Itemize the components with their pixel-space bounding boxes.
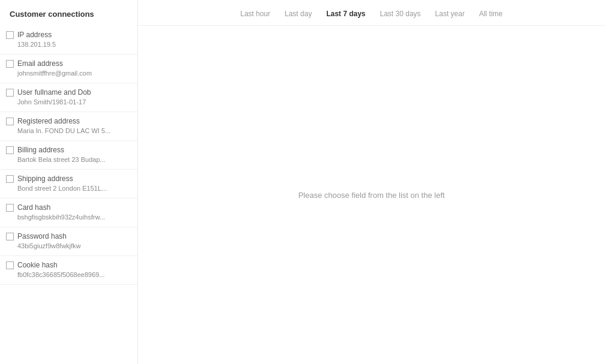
list-item-value: 138.201.19.5 — [6, 41, 123, 52]
time-filter-last-hour[interactable]: Last hour — [234, 7, 276, 20]
main-content: Last hourLast dayLast 7 daysLast 30 days… — [138, 0, 605, 364]
time-filter-bar: Last hourLast dayLast 7 daysLast 30 days… — [138, 0, 605, 26]
list-item[interactable]: Billing addressBartok Bela street 23 Bud… — [0, 141, 137, 170]
time-filter-last-day[interactable]: Last day — [279, 7, 318, 20]
list-item-value: Bartok Bela street 23 Budap... — [6, 156, 123, 167]
checkbox-user-fullname-and-dob[interactable] — [6, 89, 14, 97]
list-item-label: Card hash — [17, 203, 50, 212]
list-item[interactable]: Email addressjohnsmitffhre@gmail.com — [0, 55, 137, 83]
list-item-label: IP address — [17, 31, 52, 39]
checkbox-password-hash[interactable] — [6, 233, 14, 240]
list-item-label: Email address — [17, 59, 63, 68]
list-item-label: Shipping address — [17, 175, 73, 183]
checkbox-email-address[interactable] — [6, 60, 14, 68]
time-filter-last-year[interactable]: Last year — [429, 7, 471, 20]
checkbox-registered-address[interactable] — [6, 118, 14, 125]
list-item-label: User fullname and Dob — [17, 88, 91, 97]
checkbox-billing-address[interactable] — [6, 146, 14, 154]
list-item-label: Password hash — [17, 232, 67, 240]
empty-state-message: Please choose field from the list on the… — [298, 191, 444, 200]
time-filter-last-30-days[interactable]: Last 30 days — [374, 7, 427, 20]
list-item-value: Bond street 2 London E151L... — [6, 185, 123, 195]
list-item-value: Maria In. FOND DU LAC WI 5... — [6, 127, 123, 138]
time-filter-all-time[interactable]: All time — [473, 7, 508, 20]
list-item-label: Registered address — [17, 117, 80, 125]
list-item-value: 43bi5giuzf9w8fwkjfkw — [6, 242, 123, 253]
list-item[interactable]: Password hash43bi5giuzf9w8fwkjfkw — [0, 227, 137, 256]
list-item-label: Cookie hash — [17, 261, 58, 269]
list-item[interactable]: User fullname and DobJohn Smith/1981-01-… — [0, 83, 137, 112]
list-item-value: bshgfisgbskbih932z4uihsfrw... — [6, 213, 123, 224]
checkbox-shipping-address[interactable] — [6, 175, 14, 183]
checkbox-card-hash[interactable] — [6, 204, 14, 212]
empty-state: Please choose field from the list on the… — [138, 26, 605, 364]
checkbox-ip-address[interactable] — [6, 31, 14, 39]
list-item[interactable]: IP address138.201.19.5 — [0, 26, 137, 55]
list-item[interactable]: Shipping addressBond street 2 London E15… — [0, 170, 137, 198]
list-item[interactable]: Card hashbshgfisgbskbih932z4uihsfrw... — [0, 198, 137, 227]
list-item[interactable]: Cookie hashfb0fc38c36685f5068ee8969... — [0, 256, 137, 285]
list-item-value: John Smith/1981-01-17 — [6, 98, 123, 109]
app-layout: Customer connections IP address138.201.1… — [0, 0, 605, 364]
list-item-value: johnsmitffhre@gmail.com — [6, 70, 123, 80]
list-item-value: fb0fc38c36685f5068ee8969... — [6, 271, 123, 282]
list-item-label: Billing address — [17, 146, 64, 154]
checkbox-cookie-hash[interactable] — [6, 261, 14, 269]
sidebar-title: Customer connections — [0, 10, 137, 26]
sidebar: Customer connections IP address138.201.1… — [0, 0, 138, 364]
time-filter-last-7-days[interactable]: Last 7 days — [320, 7, 371, 20]
list-item[interactable]: Registered addressMaria In. FOND DU LAC … — [0, 112, 137, 141]
